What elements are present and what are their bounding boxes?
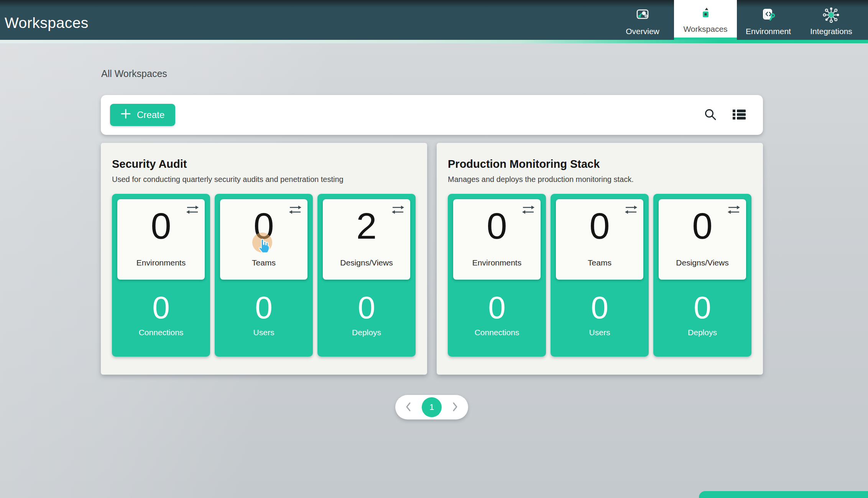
stat-tiles-row: 0 Environments 0 Connections [448,194,752,357]
swap-arrows-icon [521,210,535,216]
stat-label: Environments [117,258,205,267]
workspace-name: Production Monitoring Stack [448,158,752,170]
environment-icon [760,7,777,23]
next-page-button[interactable] [451,401,459,414]
create-button-label: Create [137,110,164,120]
stat-tile-secondary: 0 Users [215,280,313,357]
tab-workspaces[interactable]: Workspaces [674,0,737,40]
swap-arrows-icon [391,210,405,216]
workspace-card-security-audit: Security Audit Used for conducting quart… [101,143,427,375]
stat-tile-designs-views[interactable]: 0 Designs/Views 0 Deploys [653,194,751,357]
swap-button[interactable] [521,204,536,217]
page-title: All Workspaces [101,68,167,79]
workspace-description: Manages and deploys the production monit… [448,175,752,184]
stat-tile-secondary: 0 Connections [448,280,546,357]
stat-tile-primary: 0 Teams [556,199,643,280]
stat-value: 0 [253,208,274,244]
chevron-right-icon [452,401,458,413]
navbar-accent-strip [0,40,868,43]
stat-tile-primary: 0 Environments [117,199,205,280]
list-view-icon [732,109,746,121]
swap-button[interactable] [288,204,303,217]
stat-tile-primary: 0 Designs/Views [659,199,746,280]
previous-page-button[interactable] [404,401,412,414]
swap-button[interactable] [623,204,639,217]
swap-arrows-icon [624,210,638,216]
tab-overview-label: Overview [626,27,659,36]
swap-button[interactable] [185,204,200,217]
overview-icon [635,7,651,23]
stat-value: 0 [692,208,712,244]
tab-integrations-label: Integrations [810,27,852,36]
stat-label: Users [253,328,275,337]
stat-value: 0 [358,292,375,323]
stat-tile-primary: 0 Teams [220,199,307,280]
workspace-description: Used for conducting quarterly security a… [112,175,416,184]
workspace-name: Security Audit [112,158,416,170]
plus-icon [121,109,131,121]
integrations-icon [822,7,840,23]
search-button[interactable] [702,106,718,124]
workspace-cards-row: Security Audit Used for conducting quart… [101,143,763,375]
stat-tile-teams[interactable]: 0 Teams 0 Users [551,194,649,357]
workspaces-icon [700,4,711,21]
stat-tile-secondary: 0 Connections [112,280,210,357]
stat-label: Designs/Views [323,258,410,267]
stat-label: Deploys [688,328,717,337]
stat-value: 0 [591,292,608,323]
top-navigation-bar: Workspaces Overview [0,0,868,40]
stat-label: Deploys [352,328,381,337]
tab-environment-label: Environment [746,27,791,36]
stat-tile-primary: 2 Designs/Views [323,199,410,280]
swap-button[interactable] [390,204,406,217]
stat-label: Connections [475,328,519,337]
workspace-card-production-monitoring: Production Monitoring Stack Manages and … [437,143,763,375]
stat-label: Connections [139,328,184,337]
swap-arrows-icon [288,210,302,216]
stat-tile-teams[interactable]: 0 Teams 0 Users [215,194,313,357]
pagination: 1 [395,395,468,419]
swap-arrows-icon [727,210,741,216]
stat-tile-secondary: 0 Deploys [317,280,416,357]
chevron-left-icon [405,401,411,413]
tab-integrations[interactable]: Integrations [800,0,863,40]
swap-arrows-icon [186,210,199,216]
nav-tabs: Overview Workspaces [611,0,863,40]
stat-value: 0 [487,208,507,244]
stat-tile-secondary: 0 Deploys [653,280,751,357]
current-page-button[interactable]: 1 [422,397,442,417]
stat-value: 0 [694,292,711,323]
stat-value: 0 [488,292,506,323]
workspaces-toolbar: Create [101,95,763,135]
app-title: Workspaces [0,15,89,31]
stat-label: Designs/Views [659,258,746,267]
stat-label: Teams [556,258,643,267]
stat-label: Teams [220,258,307,267]
stat-tile-designs-views[interactable]: 2 Designs/Views 0 Deploys [317,194,416,357]
stat-tile-primary: 0 Environments [453,199,541,280]
stat-tiles-row: 0 Environments 0 Connections [112,194,416,357]
stat-label: Users [589,328,610,337]
stat-tile-secondary: 0 Users [551,280,649,357]
stat-value: 0 [255,292,273,323]
stat-value: 2 [356,208,376,244]
stat-tile-environments[interactable]: 0 Environments 0 Connections [112,194,210,357]
bottom-right-panel[interactable] [699,491,868,498]
stat-tile-environments[interactable]: 0 Environments 0 Connections [448,194,546,357]
stat-value: 0 [589,208,610,244]
tab-overview[interactable]: Overview [611,0,674,40]
tab-workspaces-label: Workspaces [683,25,727,34]
list-view-button[interactable] [731,107,748,123]
stat-value: 0 [152,292,170,323]
search-icon [704,108,717,122]
tab-environment[interactable]: Environment [737,0,800,40]
swap-button[interactable] [726,204,741,217]
toolbar-icons [702,106,748,124]
create-button[interactable]: Create [110,104,175,126]
stat-label: Environments [453,258,541,267]
stat-value: 0 [151,208,171,244]
